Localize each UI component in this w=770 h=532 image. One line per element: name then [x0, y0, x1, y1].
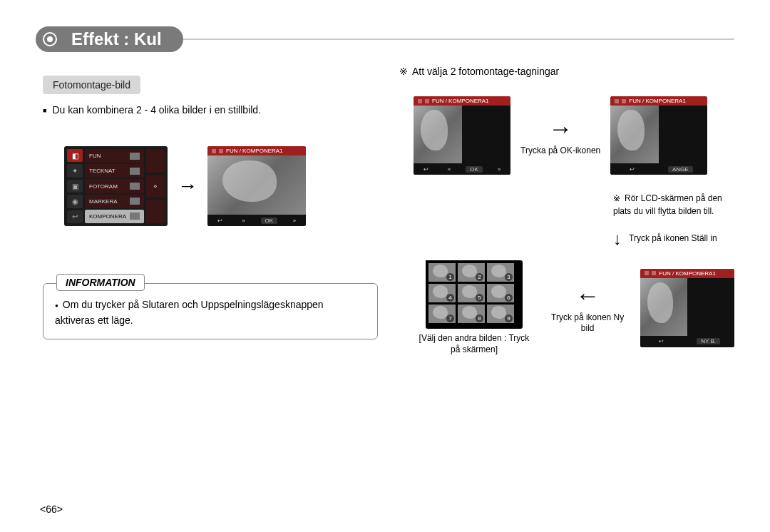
- screen-header-text: FUN / KOMPONERA1: [226, 148, 283, 154]
- grid-caption: [Välj den andra bilden : Tryck på skärme…: [414, 333, 535, 355]
- page-title-text: Effekt : Kul: [71, 29, 162, 48]
- photo-empty-slot: [462, 106, 510, 163]
- menu-item-tecknat: TECKNAT: [85, 164, 144, 178]
- menu-item-fotoram: FOTORAM: [85, 179, 144, 193]
- grid-cell[interactable]: 3: [487, 263, 514, 282]
- arrow-right-icon: →: [548, 115, 573, 143]
- photo-empty-slot: [659, 106, 707, 163]
- menu-item-komponera: KOMPONERA: [85, 210, 144, 223]
- preview-thumb-3: [146, 200, 165, 223]
- grid-cell[interactable]: 2: [458, 263, 485, 282]
- right-icon: [289, 218, 300, 224]
- title-bullet-icon: [43, 32, 57, 46]
- menu-item-markera: MARKERA: [85, 195, 144, 208]
- photo-preview: [207, 155, 306, 215]
- intro-text: Du kan kombinera 2 - 4 olika bilder i en…: [43, 103, 378, 118]
- arrow-down-icon: ↓: [613, 230, 622, 247]
- title-rule: [175, 39, 734, 40]
- title-bar: Effekt : Kul: [36, 25, 734, 53]
- photo-left: [640, 278, 687, 336]
- return-icon: [625, 166, 639, 173]
- ok-button[interactable]: OK: [261, 218, 278, 224]
- grid-cell[interactable]: 4: [428, 284, 456, 302]
- screen-header: FUN / KOMPONERA1: [207, 146, 306, 155]
- grid-cell[interactable]: 1: [428, 263, 456, 282]
- step1-caption: Trycka på OK-ikonen: [520, 145, 600, 157]
- page-number: <66>: [40, 503, 63, 515]
- camera-preview-screen-3: FUN / KOMPONERA1 ANGE: [610, 96, 707, 175]
- camera-preview-screen-4: FUN / KOMPONERA1 NY B.: [640, 269, 734, 347]
- information-label: INFORMATION: [56, 274, 145, 291]
- camera-menu-screen: ◧ ✦ ▣ ◉ ↩ FUN TECKNAT FOTORAM MARKERA KO…: [64, 146, 168, 226]
- arrow-left-icon: ←: [575, 282, 600, 310]
- camera-preview-screen-1: FUN / KOMPONERA1 OK: [207, 146, 306, 226]
- menu-icon-fun: ◧: [67, 149, 83, 162]
- left-icon: [443, 166, 455, 173]
- photo-left: [414, 106, 462, 163]
- lcd-note: Rör LCD-skärmen på den plats du vill fly…: [613, 192, 734, 218]
- preview-thumb-1: [146, 149, 165, 173]
- grid-cell[interactable]: 5: [458, 284, 485, 302]
- grid-cell[interactable]: 6: [487, 284, 514, 302]
- preview-thumb-2: ⋄: [146, 175, 165, 198]
- page-title: Effekt : Kul: [36, 26, 183, 52]
- return-icon: [213, 218, 227, 224]
- subheading-text: Fotomontage-bild: [53, 79, 130, 91]
- step2-caption: Tryck på ikonen Ställ in: [629, 233, 717, 245]
- nyb-button[interactable]: NY B.: [697, 338, 720, 344]
- menu-icon-cam: ◉: [67, 195, 83, 208]
- menu-icon-frame: ▣: [67, 180, 83, 193]
- photo-left: [610, 106, 659, 163]
- grid-cell[interactable]: 7: [428, 305, 456, 323]
- thumbnail-grid-screen: 1 2 3 4 5 6 7 8 9: [426, 260, 523, 329]
- grid-cell[interactable]: 9: [487, 305, 514, 323]
- return-icon: [654, 338, 668, 344]
- photo-empty-slot: [687, 278, 734, 336]
- ok-button-2[interactable]: OK: [466, 166, 483, 173]
- camera-preview-screen-2: FUN / KOMPONERA1 OK: [414, 96, 510, 175]
- menu-icon-star: ✦: [67, 164, 83, 177]
- information-text: Om du trycker på Slutaren och Uppspelnin…: [55, 297, 366, 329]
- menu-item-fun: FUN: [85, 149, 144, 163]
- menu-icon-return: ↩: [67, 210, 83, 223]
- ange-button[interactable]: ANGE: [668, 166, 693, 173]
- arrow-right-icon: →: [178, 175, 197, 198]
- grid-cell[interactable]: 8: [458, 305, 485, 323]
- information-box: INFORMATION Om du trycker på Slutaren oc…: [43, 283, 378, 339]
- right-heading: Att välja 2 fotomontage-tagningar: [399, 64, 734, 79]
- left-icon: [237, 218, 249, 224]
- right-icon: [493, 166, 505, 173]
- screen-footer: OK: [207, 215, 306, 226]
- step3-caption: Tryck på ikonen Ny bild: [545, 312, 630, 334]
- subheading-tab: Fotomontage-bild: [43, 76, 140, 94]
- return-icon: [419, 166, 433, 173]
